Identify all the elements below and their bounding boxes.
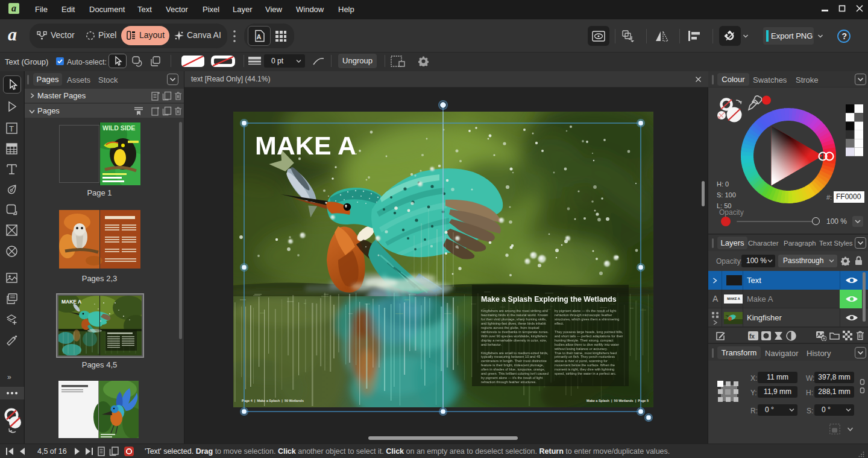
svg-text:MAKE A: MAKE A [61, 299, 81, 305]
svg-text:fx: fx [749, 333, 755, 340]
svg-text:T: T [9, 124, 14, 133]
svg-text:A: A [257, 33, 262, 40]
svg-text:?: ? [842, 31, 848, 41]
svg-text:WILD SIDE: WILD SIDE [102, 124, 135, 132]
svg-text:a: a [8, 26, 17, 44]
